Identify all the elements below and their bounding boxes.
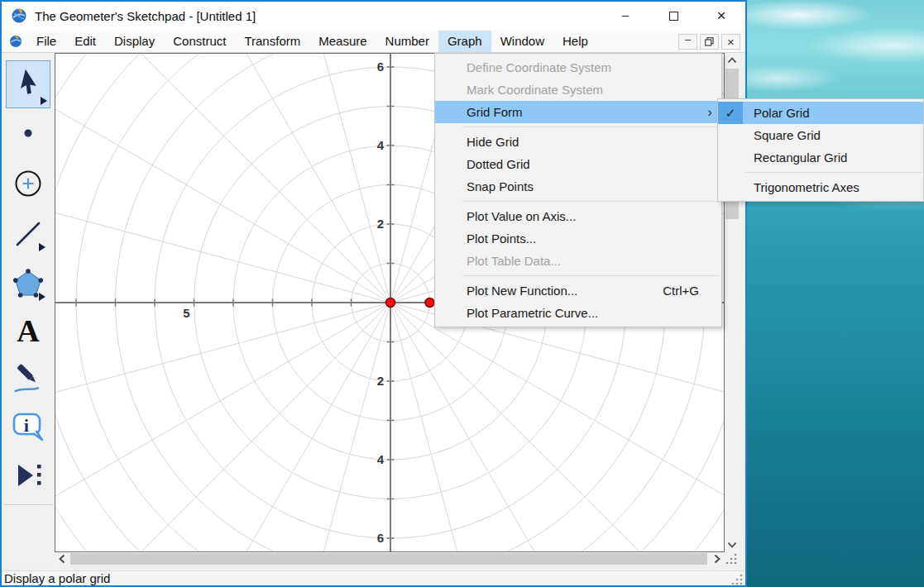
toolbar-divider bbox=[4, 504, 52, 505]
menu-measure[interactable]: Measure bbox=[309, 31, 376, 52]
flyout-arrow-icon bbox=[39, 293, 45, 301]
text-tool[interactable]: A bbox=[8, 311, 48, 351]
window-controls: – × bbox=[601, 2, 745, 30]
scroll-left-button[interactable] bbox=[55, 552, 69, 566]
menu-item-mark-coordinate-system: Mark Coordinate System bbox=[435, 79, 721, 101]
maximize-button[interactable] bbox=[649, 2, 697, 30]
menu-item-plot-parametric-curve[interactable]: Plot Parametric Curve... bbox=[435, 302, 721, 324]
point-icon bbox=[10, 116, 46, 152]
menu-item-dotted-grid[interactable]: Dotted Grid bbox=[435, 153, 721, 175]
chevron-left-icon bbox=[59, 554, 65, 564]
tool-palette: A i bbox=[2, 53, 55, 566]
mdi-close-button[interactable]: × bbox=[721, 34, 740, 50]
gsp-logo-icon bbox=[11, 7, 27, 24]
title-bar: The Geometer's Sketchpad - [Untitled 1] … bbox=[2, 2, 745, 30]
menu-item-plot-new-function[interactable]: Plot New Function... Ctrl+G bbox=[435, 279, 721, 302]
menu-separator bbox=[462, 126, 720, 127]
menu-transform[interactable]: Transform bbox=[235, 31, 309, 52]
flyout-arrow-icon bbox=[41, 97, 47, 105]
menu-file[interactable]: File bbox=[27, 31, 65, 52]
menu-window[interactable]: Window bbox=[491, 31, 553, 52]
graph-menu-dropdown: Define Coordinate System Mark Coordinate… bbox=[434, 53, 722, 327]
mdi-window-controls: – × bbox=[678, 34, 740, 50]
straightedge-tool[interactable] bbox=[8, 214, 48, 254]
document-icon bbox=[9, 35, 22, 48]
marker-tool[interactable] bbox=[8, 359, 48, 398]
minimize-button[interactable]: – bbox=[601, 2, 649, 30]
menu-item-grid-form[interactable]: Grid Form › bbox=[435, 101, 721, 123]
svg-text:4: 4 bbox=[377, 452, 385, 466]
menu-display[interactable]: Display bbox=[105, 31, 164, 52]
submenu-item-trigonometric-axes[interactable]: Trigonometric Axes bbox=[718, 176, 923, 198]
menu-separator bbox=[462, 275, 720, 276]
svg-text:6: 6 bbox=[377, 60, 384, 74]
compass-circle-tool[interactable] bbox=[8, 164, 48, 203]
chevron-down-icon bbox=[727, 542, 737, 548]
menu-item-plot-table-data: Plot Table Data... bbox=[435, 250, 721, 272]
information-tool[interactable]: i bbox=[8, 408, 48, 447]
close-button[interactable]: × bbox=[697, 2, 745, 30]
menu-help[interactable]: Help bbox=[553, 31, 597, 52]
grid-form-submenu: ✓ Polar Grid Square Grid Rectangular Gri… bbox=[717, 98, 924, 202]
svg-text:6: 6 bbox=[377, 531, 384, 545]
svg-text:2: 2 bbox=[377, 374, 384, 388]
scroll-down-button[interactable] bbox=[725, 537, 740, 552]
menu-separator bbox=[745, 172, 922, 173]
svg-text:i: i bbox=[24, 416, 29, 436]
screen: The Geometer's Sketchpad - [Untitled 1] … bbox=[0, 0, 924, 587]
menu-item-plot-value-on-axis[interactable]: Plot Value on Axis... bbox=[435, 205, 721, 227]
checkmark-icon: ✓ bbox=[718, 102, 743, 124]
compass-circle-icon bbox=[10, 165, 46, 202]
scroll-right-button[interactable] bbox=[710, 552, 725, 566]
chevron-right-icon bbox=[714, 554, 721, 564]
selection-arrow-tool[interactable] bbox=[6, 60, 50, 108]
horizontal-scroll-thumb[interactable] bbox=[70, 553, 707, 565]
svg-text:A: A bbox=[17, 313, 40, 348]
submenu-item-rectangular-grid[interactable]: Rectangular Grid bbox=[718, 146, 923, 169]
mdi-restore-button[interactable] bbox=[700, 34, 719, 50]
status-text: Display a polar grid bbox=[4, 571, 110, 585]
menu-item-plot-points[interactable]: Plot Points... bbox=[435, 227, 721, 250]
menu-item-define-coordinate-system: Define Coordinate System bbox=[435, 56, 721, 79]
menu-number[interactable]: Number bbox=[376, 31, 438, 52]
point-tool[interactable] bbox=[8, 114, 48, 154]
shortcut-label: Ctrl+G bbox=[663, 279, 699, 302]
custom-tool[interactable] bbox=[8, 456, 48, 495]
marker-icon bbox=[10, 360, 46, 397]
resize-grip-icon[interactable] bbox=[730, 573, 744, 585]
svg-text:4: 4 bbox=[377, 138, 385, 152]
svg-text:5: 5 bbox=[183, 306, 189, 320]
submenu-arrow-icon: › bbox=[707, 101, 712, 123]
chevron-up-icon bbox=[727, 57, 737, 64]
scrollbar-corner-grip[interactable] bbox=[725, 552, 740, 566]
scroll-up-button[interactable] bbox=[725, 53, 740, 68]
horizontal-scrollbar[interactable] bbox=[55, 552, 725, 566]
text-tool-icon: A bbox=[10, 313, 46, 349]
submenu-item-polar-grid[interactable]: ✓ Polar Grid bbox=[718, 102, 923, 124]
submenu-item-square-grid[interactable]: Square Grid bbox=[718, 124, 923, 146]
menu-graph[interactable]: Graph bbox=[438, 31, 491, 52]
menu-bar: File Edit Display Construct Transform Me… bbox=[2, 30, 745, 53]
mdi-minimize-button[interactable]: – bbox=[678, 34, 697, 50]
polygon-tool[interactable] bbox=[8, 264, 48, 303]
window-title: The Geometer's Sketchpad - [Untitled 1] bbox=[35, 9, 256, 23]
menu-item-snap-points[interactable]: Snap Points bbox=[435, 175, 721, 198]
flyout-arrow-icon bbox=[39, 243, 45, 251]
status-bar: Display a polar grid bbox=[2, 570, 745, 585]
menu-construct[interactable]: Construct bbox=[164, 31, 235, 52]
resize-grip-icon bbox=[725, 552, 738, 564]
restore-icon bbox=[705, 37, 714, 46]
menu-item-hide-grid[interactable]: Hide Grid bbox=[435, 131, 721, 153]
menu-separator bbox=[462, 201, 720, 202]
information-icon: i bbox=[10, 409, 46, 446]
svg-text:2: 2 bbox=[377, 217, 384, 231]
custom-tool-icon bbox=[10, 457, 46, 494]
menu-edit[interactable]: Edit bbox=[65, 31, 105, 52]
